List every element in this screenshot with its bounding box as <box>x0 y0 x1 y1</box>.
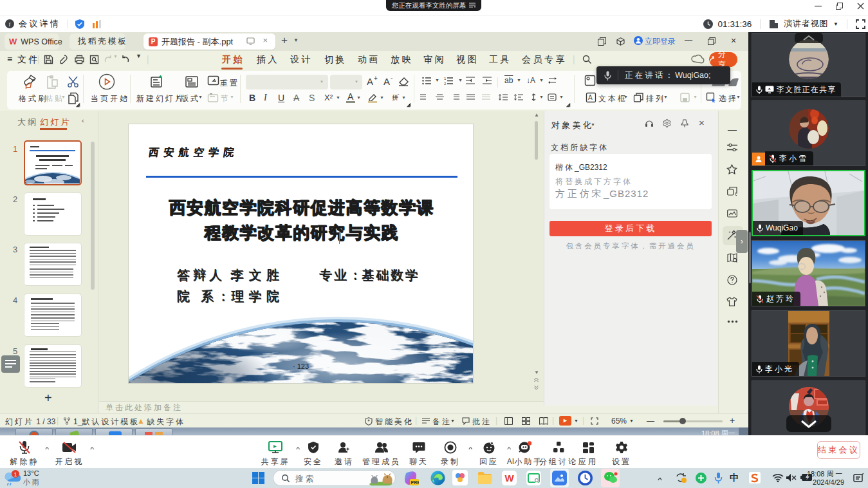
svg-text:· 123: · 123 <box>293 362 309 370</box>
svg-text:2: 2 <box>444 82 447 85</box>
svg-text:1: 1 <box>444 77 447 80</box>
svg-text:PRE: PRE <box>411 480 420 485</box>
svg-text:1: 1 <box>14 471 17 478</box>
svg-text:A: A <box>588 94 593 101</box>
